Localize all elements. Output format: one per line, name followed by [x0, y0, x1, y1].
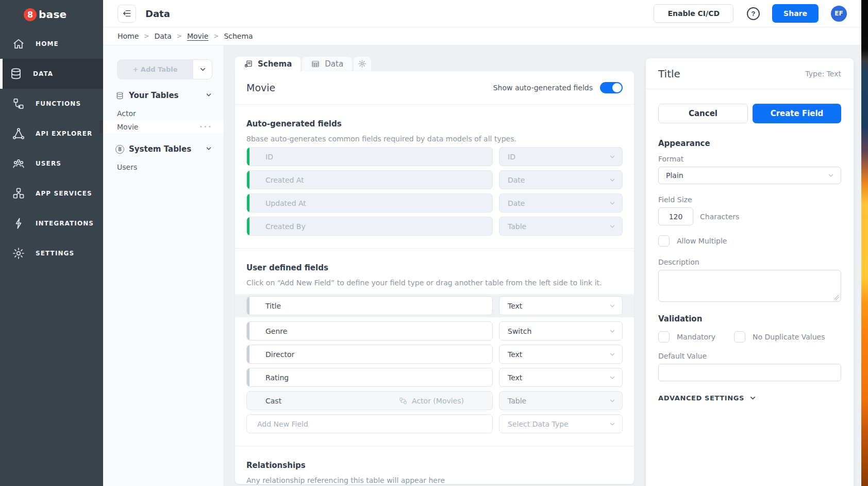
breadcrumb-separator: >: [177, 33, 182, 40]
table-item-label: Movie: [117, 123, 138, 131]
brand-logo[interactable]: 8 base: [0, 0, 103, 29]
advanced-settings-toggle[interactable]: ADVANCED SETTINGS: [658, 394, 841, 402]
table-item-users[interactable]: Users: [99, 160, 224, 174]
auto-generated-section: Auto-generated fields 8base auto-generat…: [235, 105, 634, 248]
breadcrumb-schema[interactable]: Schema: [224, 32, 253, 40]
section-title: Relationships: [246, 461, 623, 470]
add-new-field-input[interactable]: Add New Field: [246, 414, 493, 433]
field-name: Created At: [246, 170, 493, 189]
breadcrumb: Home > Data > Movie > Schema: [103, 27, 861, 45]
sidebar: 8 base HOME DATA FUNCTIONS API EXP: [0, 0, 103, 486]
schema-card: Movie Show auto-generated fields Auto-ge…: [235, 71, 634, 484]
field-name-input[interactable]: Title: [246, 296, 493, 315]
sidebar-item-functions[interactable]: FUNCTIONS: [0, 89, 103, 119]
tab-schema[interactable]: Schema: [235, 57, 301, 71]
chevron-down-icon: [609, 328, 616, 335]
database-icon: [115, 91, 124, 100]
avatar[interactable]: EF: [831, 6, 847, 22]
drawer-field-title: Title: [658, 68, 680, 80]
desktop-wallpaper-edge: [861, 0, 868, 486]
field-type-dropdown[interactable]: Text: [499, 368, 623, 387]
add-table-dropdown-button[interactable]: [193, 59, 212, 79]
default-value-input[interactable]: [658, 364, 841, 381]
field-row-genre[interactable]: Genre Switch: [246, 321, 623, 341]
sidebar-item-label: USERS: [36, 160, 61, 167]
field-type-dropdown[interactable]: ID: [499, 147, 623, 166]
sidebar-item-label: SETTINGS: [36, 250, 74, 257]
field-type-dropdown[interactable]: Date: [499, 170, 623, 189]
main-column: Data Enable CI/CD ? Share EF Home > Data…: [103, 0, 861, 486]
field-type-dropdown[interactable]: Table: [499, 391, 623, 410]
field-type-value: Text: [508, 350, 522, 359]
database-icon: [9, 67, 23, 80]
breadcrumb-movie[interactable]: Movie: [187, 32, 208, 40]
sidebar-item-integrations[interactable]: INTEGRATIONS: [0, 208, 103, 238]
add-table-button[interactable]: + Add Table: [117, 59, 193, 79]
mandatory-checkbox[interactable]: [658, 331, 670, 343]
collapse-sidebar-button[interactable]: [118, 5, 136, 23]
field-type-dropdown[interactable]: Text: [499, 345, 623, 364]
no-duplicate-checkbox[interactable]: [734, 331, 745, 343]
field-row-rating[interactable]: Rating Text: [246, 368, 623, 387]
auto-fields-toggle[interactable]: [600, 82, 623, 93]
sidebar-item-settings[interactable]: SETTINGS: [0, 238, 103, 268]
sidebar-item-home[interactable]: HOME: [0, 29, 103, 59]
field-type-dropdown[interactable]: Text: [499, 296, 623, 315]
user-defined-section: User defined fields Click on “Add New Fi…: [235, 249, 634, 446]
field-size-input[interactable]: [658, 207, 693, 225]
sidebar-item-app-services[interactable]: APP SERVICES: [0, 179, 103, 208]
sidebar-item-users[interactable]: USERS: [0, 149, 103, 179]
tab-data[interactable]: Data: [302, 57, 352, 71]
field-name: ID: [246, 147, 493, 166]
field-name-input[interactable]: Genre: [246, 321, 493, 341]
tab-table-settings[interactable]: [354, 57, 371, 71]
field-type-dropdown[interactable]: Table: [499, 217, 623, 236]
field-name-input[interactable]: Director: [246, 345, 493, 364]
field-name-input[interactable]: Cast Actor (Movies): [246, 391, 493, 410]
chevron-down-icon: [749, 394, 757, 402]
brand-8-icon: 8: [24, 8, 37, 21]
sidebar-item-data[interactable]: DATA: [0, 59, 103, 89]
enable-cicd-button[interactable]: Enable CI/CD: [654, 4, 733, 23]
cancel-button[interactable]: Cancel: [658, 104, 748, 123]
table-item-movie[interactable]: Movie •••: [99, 120, 224, 133]
share-button[interactable]: Share: [772, 4, 819, 23]
field-type-dropdown[interactable]: Date: [499, 193, 623, 213]
description-textarea[interactable]: [658, 270, 841, 302]
breadcrumb-home[interactable]: Home: [118, 32, 139, 40]
allow-multiple-checkbox[interactable]: [658, 235, 670, 247]
field-type-value: Date: [508, 176, 525, 184]
format-select[interactable]: Plain: [658, 167, 841, 184]
mandatory-label: Mandatory: [677, 333, 715, 341]
field-type-dropdown[interactable]: Switch: [499, 321, 623, 341]
field-name-input[interactable]: Rating: [246, 368, 493, 387]
add-new-field-row[interactable]: Add New Field Select Data Type: [246, 414, 623, 433]
schema-icon: [244, 59, 253, 69]
system-tables-label: System Tables: [129, 144, 191, 154]
field-row-title[interactable]: Title Text: [246, 296, 623, 315]
help-icon[interactable]: ?: [747, 7, 760, 20]
sidebar-item-api-explorer[interactable]: API EXPLORER: [0, 119, 103, 149]
your-tables-header[interactable]: Your Tables: [115, 89, 212, 102]
field-size-label: Field Size: [658, 196, 841, 204]
app-window: 8 base HOME DATA FUNCTIONS API EXP: [0, 0, 868, 486]
select-data-type-dropdown[interactable]: Select Data Type: [499, 414, 623, 433]
field-type-value: ID: [508, 153, 515, 161]
sidebar-item-label: DATA: [33, 70, 53, 77]
system-tables-header[interactable]: 8 System Tables: [115, 142, 212, 156]
appearance-title: Appearance: [658, 139, 841, 148]
breadcrumb-data[interactable]: Data: [154, 32, 171, 40]
integrations-icon: [12, 217, 25, 230]
characters-label: Characters: [700, 213, 739, 221]
chevron-down-icon: [609, 176, 616, 184]
table-item-actor[interactable]: Actor: [99, 106, 224, 120]
breadcrumb-separator: >: [213, 33, 219, 40]
sidebar-item-label: HOME: [36, 40, 59, 47]
field-row-cast[interactable]: Cast Actor (Movies) Table: [246, 391, 623, 410]
field-row-director[interactable]: Director Text: [246, 345, 623, 364]
create-field-button[interactable]: Create Field: [753, 104, 841, 123]
default-value-label: Default Value: [658, 352, 841, 360]
chevron-down-icon: [609, 420, 616, 428]
more-options-icon[interactable]: •••: [199, 123, 212, 130]
section-description: Click on “Add New Field” to define your …: [246, 279, 623, 287]
